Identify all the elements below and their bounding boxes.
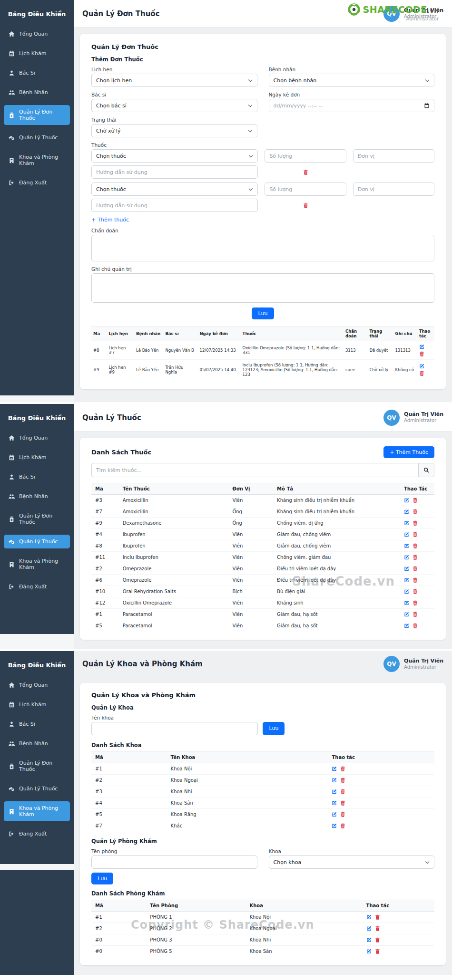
search-button[interactable] [418,463,434,477]
delete-button[interactable] [413,600,418,605]
sidebar-item-patients[interactable]: Bệnh Nhân [4,737,70,750]
sidebar-item-patients[interactable]: Bệnh Nhân [4,86,70,99]
sidebar-item-doctor[interactable]: Bác Sĩ [4,717,70,731]
delete-button[interactable] [340,823,345,828]
delete-button[interactable] [413,623,418,628]
remove-medicine-button[interactable] [303,170,308,175]
sidebar-item-pills[interactable]: Quản Lý Thuốc [4,782,70,796]
department-select[interactable]: Chọn khoa [269,855,435,869]
add-medicine-button[interactable]: + Thêm Thuốc [383,446,434,458]
admin-note-textarea[interactable] [91,273,434,303]
medicine-select[interactable]: Chọn thuốc [91,149,258,163]
room-name-input[interactable] [91,855,257,869]
delete-button[interactable] [375,949,380,954]
edit-button[interactable] [404,520,409,526]
diagnosis-textarea[interactable] [91,235,434,261]
delete-button[interactable] [340,766,345,771]
sidebar-item-pills[interactable]: Quản Lý Thuốc [4,535,70,548]
sidebar-item-prescription[interactable]: Quản Lý Đơn Thuốc [4,509,70,529]
edit-button[interactable] [404,543,409,548]
delete-button[interactable] [413,532,418,537]
edit-button[interactable] [366,949,372,954]
sidebar-item-calendar-check[interactable]: Lịch Khám [4,47,70,60]
edit-button[interactable] [366,926,372,931]
sidebar-item-hospital[interactable]: Khoa và Phòng Khám [4,801,70,821]
instructions-input[interactable] [91,165,258,179]
edit-button[interactable] [366,937,372,942]
edit-button[interactable] [332,766,337,771]
edit-button[interactable] [332,823,337,828]
sidebar-item-prescription[interactable]: Quản Lý Đơn Thuốc [4,756,70,776]
edit-button[interactable] [419,344,424,349]
sidebar-item-logout[interactable]: Đăng Xuất [4,580,70,594]
search-input[interactable] [91,463,418,477]
delete-button[interactable] [413,589,418,594]
appointment-select[interactable]: Chọn lịch hẹn [91,74,257,87]
delete-button[interactable] [413,509,418,514]
edit-button[interactable] [332,778,337,783]
sidebar-item-calendar-check[interactable]: Lịch Khám [4,698,70,711]
edit-button[interactable] [404,498,409,503]
sidebar-item-pills[interactable]: Quản Lý Thuốc [4,131,70,144]
edit-button[interactable] [404,566,409,571]
edit-button[interactable] [404,509,409,514]
edit-button[interactable] [404,577,409,583]
delete-button[interactable] [375,937,380,942]
edit-button[interactable] [332,789,337,794]
delete-button[interactable] [413,612,418,617]
status-select[interactable]: Chờ xử lý [91,124,257,137]
sidebar-item-logout[interactable]: Đăng Xuất [4,827,70,841]
delete-button[interactable] [340,800,345,806]
sidebar-item-doctor[interactable]: Bác Sĩ [4,470,70,484]
medicine-select[interactable]: Chọn thuốc [91,183,258,196]
delete-button[interactable] [340,812,345,817]
edit-button[interactable] [404,555,409,560]
add-medicine-link[interactable]: +Thêm thuốc [91,217,129,223]
delete-button[interactable] [419,351,424,356]
edit-button[interactable] [404,600,409,605]
delete-button[interactable] [340,778,345,783]
patient-select[interactable]: Chọn bệnh nhân [269,74,435,87]
delete-button[interactable] [340,789,345,794]
sidebar-item-calendar-check[interactable]: Lịch Khám [4,451,70,464]
sidebar-item-hospital[interactable]: Khoa và Phòng Khám [4,554,70,574]
sidebar-item-home[interactable]: Tổng Quan [4,431,70,445]
prescription-date-input[interactable]: dd/mm/yyyy --:-- -- [269,99,435,112]
save-button[interactable]: Lưu [252,307,274,319]
sidebar-item-home[interactable]: Tổng Quan [4,27,70,41]
delete-button[interactable] [375,914,380,920]
unit-input[interactable] [353,183,434,196]
instructions-input[interactable] [91,199,258,212]
sidebar-item-home[interactable]: Tổng Quan [4,678,70,692]
sidebar-item-doctor[interactable]: Bác Sĩ [4,66,70,80]
delete-button[interactable] [375,926,380,931]
edit-button[interactable] [404,532,409,537]
delete-button[interactable] [413,566,418,571]
department-name-input[interactable] [91,722,258,735]
edit-button[interactable] [332,800,337,806]
delete-button[interactable] [413,498,418,503]
edit-button[interactable] [366,914,372,920]
unit-input[interactable] [353,149,434,163]
delete-button[interactable] [413,555,418,560]
remove-medicine-button[interactable] [303,203,308,208]
save-room-button[interactable]: Lưu [91,873,113,884]
edit-button[interactable] [404,589,409,594]
sidebar-item-logout[interactable]: Đăng Xuất [4,176,70,190]
save-department-button[interactable]: Lưu [263,722,285,735]
delete-button[interactable] [419,371,424,376]
sidebar-item-hospital[interactable]: Khoa và Phòng Khám [4,150,70,170]
edit-button[interactable] [404,612,409,617]
delete-button[interactable] [413,543,418,548]
delete-button[interactable] [413,520,418,526]
patients-icon [9,493,15,500]
quantity-input[interactable] [265,183,346,196]
edit-button[interactable] [419,364,424,369]
doctor-select[interactable]: Chọn bác sĩ [91,99,257,112]
quantity-input[interactable] [265,149,346,163]
delete-button[interactable] [413,577,418,583]
edit-button[interactable] [332,812,337,817]
sidebar-item-patients[interactable]: Bệnh Nhân [4,490,70,503]
sidebar-item-prescription[interactable]: Quản Lý Đơn Thuốc [4,105,70,125]
edit-button[interactable] [404,623,409,628]
